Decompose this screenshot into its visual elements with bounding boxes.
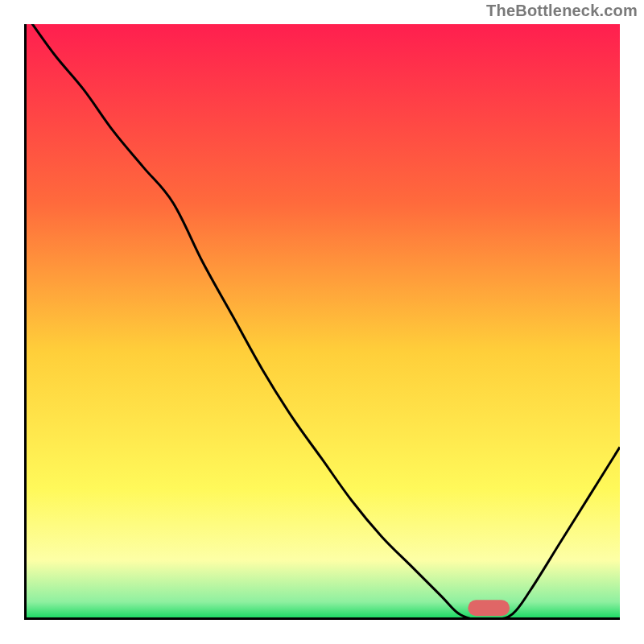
chart-plot-area [24,24,620,620]
attribution-label: TheBottleneck.com [486,2,638,20]
chart-container: TheBottleneck.com [0,0,644,644]
optimum-marker [468,600,510,616]
chart-svg [24,24,620,620]
gradient-background [24,24,620,620]
